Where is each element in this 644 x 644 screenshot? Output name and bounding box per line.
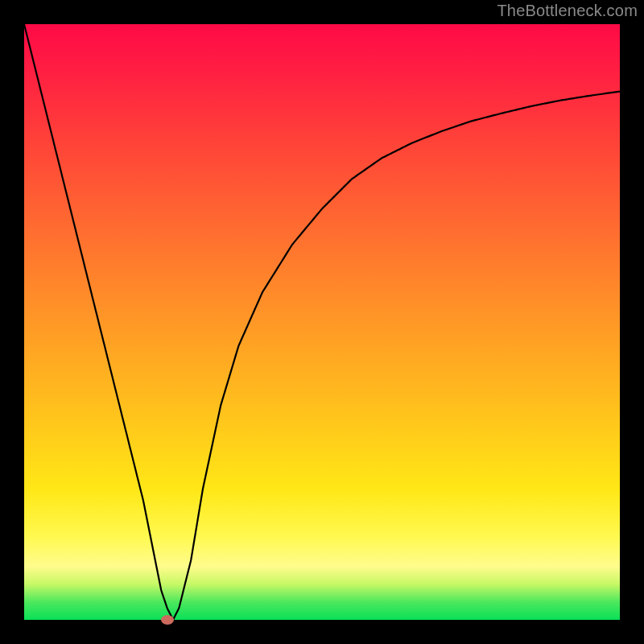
watermark-text: TheBottleneck.com bbox=[497, 2, 638, 20]
chart-container: TheBottleneck.com bbox=[0, 0, 644, 644]
min-marker bbox=[161, 615, 174, 625]
plot-area bbox=[24, 24, 620, 620]
curve-layer bbox=[24, 24, 620, 620]
bottleneck-curve bbox=[24, 24, 620, 620]
